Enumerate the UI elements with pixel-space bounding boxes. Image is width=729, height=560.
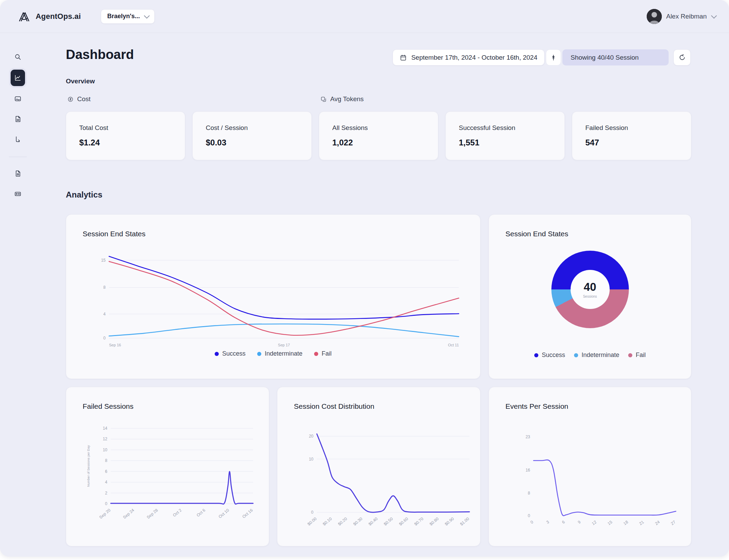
project-selector-label: Braelyn's... (107, 13, 140, 20)
file-icon (14, 170, 22, 177)
legend-item-success: Success (534, 352, 565, 359)
sidebar-item-api-keys[interactable] (10, 186, 25, 201)
stat-label: Cost / Session (206, 124, 298, 132)
svg-text:24: 24 (654, 520, 661, 526)
chart-card-session-end-states-line: Session End States 04815Sep 16Sep 17Oct … (66, 214, 480, 379)
sidebar-item-dashboard[interactable] (11, 70, 25, 86)
stat-card-failed-session: Failed Session 547 (572, 111, 691, 160)
refresh-icon (679, 54, 686, 61)
sidebar (0, 33, 36, 557)
svg-text:Oct 2: Oct 2 (172, 508, 182, 517)
session-cost-line-chart: 01020$0.00$0.10$0.20$0.30$0.40$0.50$0.60… (296, 427, 475, 540)
analytics-section-label: Analytics (66, 190, 103, 200)
failed-sessions-line-chart: 02468101214Sep 20Sep 24Sep 28Oct 2Oct 6O… (76, 420, 258, 533)
chart-title: Events Per Session (505, 402, 568, 410)
chart-title: Failed Sessions (83, 402, 133, 410)
stat-value: $0.03 (206, 138, 298, 147)
stat-value: $1.24 (79, 138, 172, 147)
donut-center: 40 Sessions (571, 270, 610, 309)
stat-card-cost-per-session: Cost / Session $0.03 (192, 111, 312, 160)
legend-dot (628, 353, 632, 357)
legend-dot (314, 352, 318, 356)
svg-text:0: 0 (528, 513, 530, 518)
svg-text:$1.00: $1.00 (459, 516, 470, 526)
sessions-icon (14, 95, 22, 103)
svg-text:14: 14 (103, 426, 108, 431)
svg-text:9: 9 (577, 520, 582, 525)
user-menu[interactable]: Alex Reibman (647, 9, 715, 24)
sidebar-item-logs[interactable] (10, 111, 25, 127)
chart-legend: Success Indeterminate Fail (489, 352, 691, 359)
svg-text:$0.70: $0.70 (413, 516, 424, 526)
svg-text:0: 0 (529, 520, 534, 525)
sidebar-item-traces[interactable] (10, 132, 25, 147)
agentops-logo-icon (17, 10, 31, 23)
svg-text:Sep 28: Sep 28 (146, 508, 159, 520)
filter-button[interactable] (546, 49, 561, 65)
stat-card-total-cost: Total Cost $1.24 (66, 111, 185, 160)
svg-text:8: 8 (105, 458, 107, 463)
svg-text:4: 4 (105, 480, 107, 485)
legend-item-indeterminate: Indeterminate (574, 352, 619, 359)
toggle-cost-label: Cost (77, 95, 91, 103)
legend-label: Indeterminate (582, 352, 619, 359)
chart-title: Session End States (505, 230, 568, 238)
svg-text:$0.90: $0.90 (444, 516, 455, 526)
svg-text:8: 8 (528, 491, 530, 496)
svg-text:$0.30: $0.30 (352, 516, 363, 526)
page-title: Dashboard (66, 47, 134, 62)
svg-text:4: 4 (103, 312, 106, 317)
legend-label: Success (542, 352, 565, 359)
topbar: AgentOps.ai Braelyn's... Alex Reibman (0, 0, 729, 33)
donut-total-label: Sessions (583, 295, 597, 298)
project-selector[interactable]: Braelyn's... (101, 9, 155, 24)
legend-item-fail: Fail (628, 352, 646, 359)
stat-value: 547 (585, 138, 678, 147)
svg-text:$0.80: $0.80 (429, 516, 440, 526)
brand: AgentOps.ai (17, 10, 81, 23)
toggle-avg-tokens[interactable]: Avg Tokens (320, 95, 364, 103)
sidebar-item-docs[interactable] (10, 166, 25, 181)
svg-text:20: 20 (309, 434, 314, 439)
chart-card-session-end-states-donut: Session End States 40 Sessions Success (489, 214, 691, 379)
showing-sessions-badge: Showing 40/40 Session (562, 49, 669, 65)
svg-text:Sep 24: Sep 24 (122, 508, 135, 520)
chevron-down-icon (711, 13, 717, 19)
svg-text:$0.60: $0.60 (398, 516, 409, 526)
svg-text:8: 8 (103, 285, 106, 290)
legend-item-fail: Fail (314, 350, 332, 357)
svg-text:6: 6 (561, 520, 566, 525)
date-range-label: September 17th, 2024 - October 16th, 202… (411, 54, 537, 61)
legend-item-success: Success (215, 350, 246, 357)
chart-title: Session Cost Distribution (294, 402, 374, 410)
card-icon (14, 190, 22, 198)
svg-text:0: 0 (311, 510, 313, 515)
svg-text:12: 12 (591, 520, 597, 526)
legend-label: Fail (322, 350, 332, 357)
header-controls: September 17th, 2024 - October 16th, 202… (393, 49, 691, 65)
tokens-icon (320, 96, 327, 103)
refresh-button[interactable] (673, 49, 691, 65)
legend-dot (257, 352, 261, 356)
svg-text:Oct 11: Oct 11 (448, 343, 459, 347)
document-icon (14, 115, 22, 123)
svg-text:0: 0 (105, 501, 107, 506)
coin-icon (67, 96, 74, 103)
svg-text:15: 15 (607, 520, 613, 526)
avatar (647, 9, 662, 24)
sidebar-item-search[interactable] (10, 49, 25, 64)
svg-text:Sep 20: Sep 20 (98, 508, 111, 520)
svg-text:Oct 10: Oct 10 (218, 508, 230, 519)
sidebar-item-sessions[interactable] (10, 91, 25, 106)
legend-dot (534, 353, 538, 357)
stat-cards-row: Total Cost $1.24 Cost / Session $0.03 Al… (66, 111, 691, 160)
chart-card-failed-sessions: Failed Sessions 02468101214Sep 20Sep 24S… (66, 387, 269, 546)
brand-name: AgentOps.ai (36, 12, 81, 21)
svg-text:16: 16 (526, 468, 530, 473)
toggle-cost[interactable]: Cost (67, 95, 91, 103)
legend-item-indeterminate: Indeterminate (257, 350, 302, 357)
stat-card-successful-session: Successful Session 1,551 (445, 111, 565, 160)
date-range-picker[interactable]: September 17th, 2024 - October 16th, 202… (393, 49, 545, 65)
svg-text:15: 15 (101, 258, 106, 263)
calendar-icon (400, 54, 407, 61)
